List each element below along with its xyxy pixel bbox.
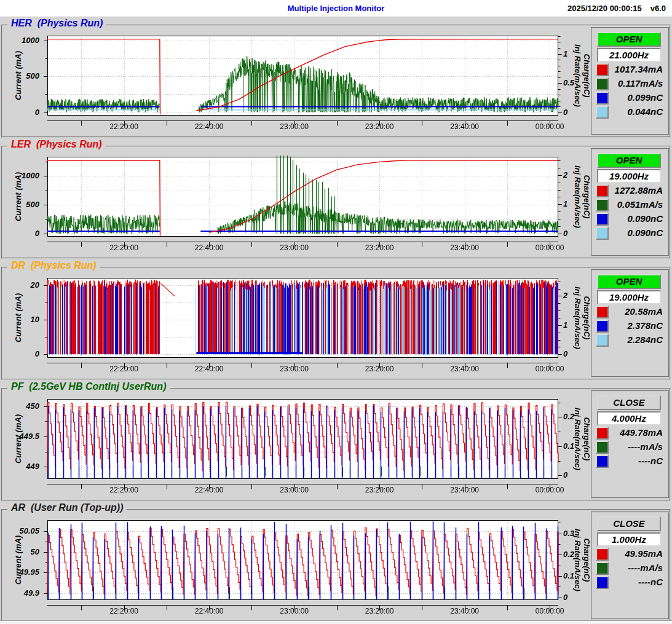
left-tick-label: 20 bbox=[0, 281, 39, 289]
time-tick-label: 23:00:00 bbox=[273, 244, 316, 252]
left-tick-label: 49.95 bbox=[0, 568, 39, 576]
time-tick-label: 22:40:00 bbox=[188, 607, 231, 615]
time-tick-label: 23:00:00 bbox=[273, 607, 316, 615]
color-swatch bbox=[596, 92, 609, 105]
gate-indicator[interactable]: OPEN bbox=[597, 274, 661, 289]
reading-value: 2.284nC bbox=[627, 334, 663, 345]
reading-row: ----nC bbox=[592, 455, 668, 468]
time-tick-label: 23:20:00 bbox=[358, 244, 401, 252]
color-swatch bbox=[596, 441, 609, 454]
reading-value: 0.099nC bbox=[627, 92, 663, 103]
reading-row: ----mA/s bbox=[592, 562, 668, 575]
reading-value: 49.95mA bbox=[625, 548, 663, 559]
right-tick-label: 0.5 bbox=[563, 79, 588, 87]
left-axis-title: Current (mA) bbox=[14, 535, 23, 585]
right-tick-label: 1 bbox=[563, 200, 588, 208]
time-tick-label: 23:40:00 bbox=[443, 244, 486, 252]
color-swatch bbox=[596, 334, 609, 347]
gate-indicator[interactable]: CLOSE bbox=[597, 516, 661, 531]
reading-row: 20.58mA bbox=[592, 306, 668, 318]
right-tick-label: 2 bbox=[563, 291, 588, 299]
time-tick-label: 22:20:00 bbox=[103, 607, 146, 615]
panel-her: HER (Physics Run) Current (mA) Charge(nC… bbox=[0, 17, 672, 138]
right-tick-label: 0 bbox=[563, 229, 588, 237]
time-tick-label: 22:40:00 bbox=[188, 365, 231, 373]
time-tick-label: 00:00:00 bbox=[528, 365, 571, 373]
reading-row: 0.117mA/s bbox=[592, 77, 668, 90]
color-swatch bbox=[596, 427, 609, 440]
gate-indicator[interactable]: CLOSE bbox=[597, 395, 661, 410]
reading-row: 2.284nC bbox=[592, 334, 668, 347]
reading-value: 0.090nC bbox=[627, 213, 663, 224]
left-tick-label: 1000 bbox=[0, 36, 39, 44]
time-tick-label: 23:00:00 bbox=[273, 486, 316, 494]
color-swatch bbox=[596, 63, 609, 76]
reading-value: 0.044nC bbox=[627, 106, 663, 117]
right-tick-label: 1 bbox=[563, 50, 588, 58]
color-swatch bbox=[596, 106, 609, 119]
reading-row: 2.378nC bbox=[592, 320, 668, 333]
time-tick-label: 00:00:00 bbox=[528, 607, 571, 615]
right-axis-title: Charge(nC) Inj Rate(mA/sec) bbox=[573, 529, 591, 591]
reading-value: 0.090nC bbox=[627, 227, 663, 238]
right-tick-label: 0 bbox=[563, 593, 588, 601]
status-box: OPEN 21.000Hz 1017.34mA0.117mA/s0.099nC0… bbox=[591, 27, 670, 135]
reading-value: 20.58mA bbox=[625, 306, 663, 317]
chart-canvas-ler bbox=[42, 156, 563, 249]
right-tick-label: 0.2 bbox=[563, 413, 588, 421]
panel-ler: LER (Physics Run) Current (mA) Charge(nC… bbox=[0, 138, 672, 259]
chart-canvas-dr bbox=[42, 277, 563, 370]
gate-indicator[interactable]: OPEN bbox=[597, 153, 661, 168]
panel-pf: PF (2.5GeV HB ContInj UserRun) Current (… bbox=[0, 381, 672, 502]
left-tick-label: 0 bbox=[0, 108, 39, 116]
time-tick-label: 23:20:00 bbox=[358, 607, 401, 615]
reading-row: 0.090nC bbox=[592, 213, 668, 226]
status-box: CLOSE 4.000Hz 449.78mA----mA/s----nC bbox=[591, 390, 670, 499]
datetime-text: 2025/12/20 00:00:15 bbox=[567, 4, 642, 13]
left-tick-label: 50 bbox=[0, 548, 39, 556]
time-tick-label: 22:20:00 bbox=[103, 123, 146, 131]
left-tick-label: 500 bbox=[0, 72, 39, 80]
left-tick-label: 500 bbox=[0, 200, 39, 208]
reading-row: ----mA/s bbox=[592, 441, 668, 454]
status-box: OPEN 19.000Hz 20.58mA2.378nC2.284nC bbox=[591, 269, 670, 377]
left-tick-label: 50.05 bbox=[0, 527, 39, 535]
color-swatch bbox=[596, 548, 609, 561]
color-swatch bbox=[596, 213, 609, 226]
time-tick-label: 23:40:00 bbox=[443, 123, 486, 131]
reading-row: 1017.34mA bbox=[592, 63, 668, 76]
left-tick-label: 449 bbox=[0, 462, 39, 470]
time-tick-label: 22:20:00 bbox=[103, 244, 146, 252]
frequency-display: 19.000Hz bbox=[597, 290, 661, 304]
time-tick-label: 22:20:00 bbox=[103, 365, 146, 373]
panel-ar: AR (User Run (Top-up)) Current (mA) Char… bbox=[0, 502, 672, 623]
reading-value: ----nC bbox=[638, 456, 663, 466]
chart-canvas-pf bbox=[42, 398, 563, 491]
reading-value: ----mA/s bbox=[628, 563, 663, 573]
right-tick-label: 0 bbox=[563, 471, 588, 479]
right-tick-label: 0 bbox=[563, 108, 588, 116]
color-swatch bbox=[596, 306, 609, 318]
time-tick-label: 23:40:00 bbox=[443, 365, 486, 373]
time-tick-label: 23:20:00 bbox=[358, 486, 401, 494]
color-swatch bbox=[596, 199, 609, 211]
frequency-display: 21.000Hz bbox=[597, 48, 661, 62]
color-swatch bbox=[596, 576, 609, 589]
reading-value: 1017.34mA bbox=[615, 64, 663, 74]
left-tick-label: 49.9 bbox=[0, 589, 39, 597]
app-title: Multiple Injection Monitor bbox=[288, 4, 384, 13]
gate-indicator[interactable]: OPEN bbox=[597, 32, 661, 47]
time-tick-label: 23:00:00 bbox=[273, 365, 316, 373]
time-tick-label: 00:00:00 bbox=[528, 486, 571, 494]
reading-value: ----nC bbox=[638, 577, 663, 587]
frequency-display: 4.000Hz bbox=[597, 411, 661, 425]
title-bar: Multiple Injection Monitor 2025/12/20 00… bbox=[0, 0, 672, 17]
time-tick-label: 22:40:00 bbox=[188, 244, 231, 252]
panel-title: LER (Physics Run) bbox=[7, 139, 106, 150]
panel-dr: DR (Physics Run) Current (mA) Charge(nC)… bbox=[0, 259, 672, 381]
time-tick-label: 23:00:00 bbox=[273, 123, 316, 131]
time-tick-label: 00:00:00 bbox=[528, 123, 571, 131]
time-tick-label: 22:20:00 bbox=[103, 486, 146, 494]
version-text: v6.0 bbox=[650, 4, 666, 13]
time-tick-label: 23:20:00 bbox=[358, 123, 401, 131]
